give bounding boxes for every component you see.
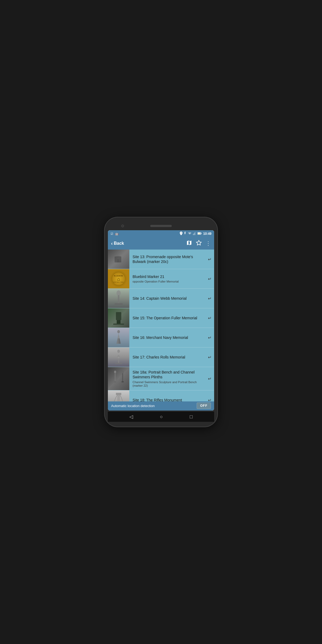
home-nav-icon[interactable]: ○ [160, 414, 163, 420]
item-arrow: ↵ [208, 328, 214, 347]
svg-rect-0 [193, 234, 193, 235]
location-icon [180, 232, 182, 236]
list-container: Site 13: Promenade opposite Mote's Bulwa… [108, 250, 214, 401]
item-thumbnail [108, 347, 129, 367]
phone-top-bar [108, 222, 214, 230]
list-item[interactable]: Site 18a: Portrait Bench and Channel Swi… [108, 367, 214, 390]
bluebird-bottom-text: HERITAGE TRAIL [113, 281, 124, 283]
nav-bar: ◁ ○ □ [108, 412, 214, 422]
item-title: Bluebird Marker 21 [133, 274, 206, 279]
back-button[interactable]: ‹ Back [111, 241, 124, 246]
signal-icon [193, 232, 196, 236]
list-item[interactable]: BLUEBIRD ⌂ HERITAGE TRAIL Bluebird Marke… [108, 269, 214, 289]
item-content: Site 17: Charles Rolls Memorial [129, 347, 208, 367]
item-title: Site 15: The Operation Fuller Memorial [133, 316, 206, 320]
bluebird-inner: BLUEBIRD ⌂ HERITAGE TRAIL [112, 272, 126, 286]
item-content: Site 16: Merchant Navy Memorial [129, 328, 208, 347]
svg-point-17 [117, 330, 120, 333]
phone-camera [121, 225, 124, 227]
item-content: Site 15: The Operation Fuller Memorial [129, 308, 208, 328]
map-icon[interactable] [186, 240, 192, 247]
location-toggle[interactable]: OFF [197, 402, 211, 409]
back-nav-icon[interactable]: ◁ [129, 414, 133, 420]
item-arrow: ↵ [208, 367, 214, 390]
bluebird-house-icon: ⌂ [117, 277, 120, 281]
item-title: Site 13: Promenade opposite Mote's Bulwa… [133, 254, 206, 264]
item-thumbnail [108, 367, 129, 390]
svg-rect-16 [113, 324, 124, 325]
item-title: Site 16: Merchant Navy Memorial [133, 335, 206, 340]
svg-point-24 [122, 371, 124, 373]
checkbox-icon: ☑ [111, 232, 113, 236]
svg-rect-19 [118, 358, 119, 363]
item-thumbnail [108, 250, 129, 269]
svg-rect-12 [118, 295, 119, 303]
svg-rect-2 [195, 232, 195, 235]
status-left-icons: ☑ 🤖 [111, 232, 119, 236]
svg-marker-8 [196, 240, 201, 245]
list-item[interactable]: Site 15: The Operation Fuller Memorial ↵ [108, 308, 214, 328]
item-arrow: ↵ [208, 269, 214, 288]
list-item[interactable]: Site 14: Captain Webb Memorial ↵ [108, 289, 214, 308]
battery-icon: ⚡ [197, 232, 202, 235]
svg-rect-28 [117, 395, 120, 402]
svg-rect-22 [115, 373, 116, 381]
item-title: Site 17: Charles Rolls Memorial [133, 355, 206, 360]
status-time: 10:49 [203, 232, 211, 236]
item-content: Site 14: Captain Webb Memorial [129, 289, 208, 308]
item-title: Site 18a: Portrait Bench and Channel Swi… [133, 370, 206, 379]
item-subtitle: opposite Operation Fuller Memorial [133, 280, 206, 283]
app-bar-actions: ⋮ [186, 240, 211, 247]
phone-frame: ☑ 🤖 [105, 217, 217, 427]
item-arrow: ↵ [208, 347, 214, 367]
svg-text:⚡: ⚡ [198, 233, 200, 235]
android-icon: 🤖 [115, 232, 119, 236]
svg-rect-27 [116, 393, 121, 395]
svg-rect-23 [114, 381, 116, 382]
svg-rect-25 [122, 373, 123, 381]
bluebird-badge: BLUEBIRD ⌂ HERITAGE TRAIL [111, 271, 127, 287]
svg-point-11 [116, 290, 121, 296]
item-thumbnail [108, 289, 129, 308]
list-item[interactable]: Site 13: Promenade opposite Mote's Bulwa… [108, 250, 214, 269]
item-thumbnail [108, 390, 129, 401]
phone-speaker [150, 225, 172, 227]
item-thumbnail: BLUEBIRD ⌂ HERITAGE TRAIL [108, 269, 129, 288]
item-arrow: ↵ [208, 390, 214, 401]
svg-rect-14 [116, 312, 121, 320]
phone-screen: ☑ 🤖 [108, 230, 214, 411]
item-content: Site 18a: Portrait Bench and Channel Swi… [129, 367, 208, 390]
list-item[interactable]: Site 16: Merchant Navy Memorial ↵ [108, 328, 214, 347]
item-content: Site 13: Promenade opposite Mote's Bulwa… [129, 250, 208, 269]
svg-rect-26 [122, 381, 124, 382]
more-icon[interactable]: ⋮ [206, 240, 211, 247]
item-title: Site 14: Captain Webb Memorial [133, 296, 206, 301]
svg-rect-3 [195, 232, 196, 235]
svg-point-18 [117, 350, 120, 353]
recents-nav-icon[interactable]: □ [190, 414, 193, 420]
list-item[interactable]: Site 17: Charles Rolls Memorial ↵ [108, 347, 214, 367]
star-icon[interactable] [196, 240, 202, 247]
svg-rect-13 [115, 303, 123, 305]
status-bar: ☑ 🤖 [108, 230, 214, 237]
svg-rect-1 [194, 233, 194, 235]
svg-rect-15 [117, 320, 120, 324]
item-content: Site 18: The Rifles Monument [129, 390, 208, 401]
item-thumbnail [108, 328, 129, 347]
item-subtitle: Channel Swimmers Sculpture and Portrait … [133, 380, 206, 387]
back-label: Back [114, 241, 124, 246]
item-arrow: ↵ [208, 308, 214, 328]
status-right-icons: ⚡ 10:49 [180, 232, 211, 236]
svg-rect-20 [115, 363, 122, 364]
svg-rect-5 [201, 233, 202, 234]
wifi-icon [188, 232, 192, 235]
item-arrow: ↵ [208, 289, 214, 308]
item-title: Site 18: The Rifles Monument [133, 398, 206, 401]
item-thumbnail [108, 308, 129, 328]
item-arrow: ↵ [208, 250, 214, 269]
list-item[interactable]: Site 18: The Rifles Monument ↵ [108, 390, 214, 401]
svg-point-21 [114, 371, 116, 373]
bluetooth-icon [184, 232, 186, 236]
bottom-bar: Automatic location detection OFF [108, 401, 214, 411]
item-content: Bluebird Marker 21 opposite Operation Fu… [129, 269, 208, 288]
